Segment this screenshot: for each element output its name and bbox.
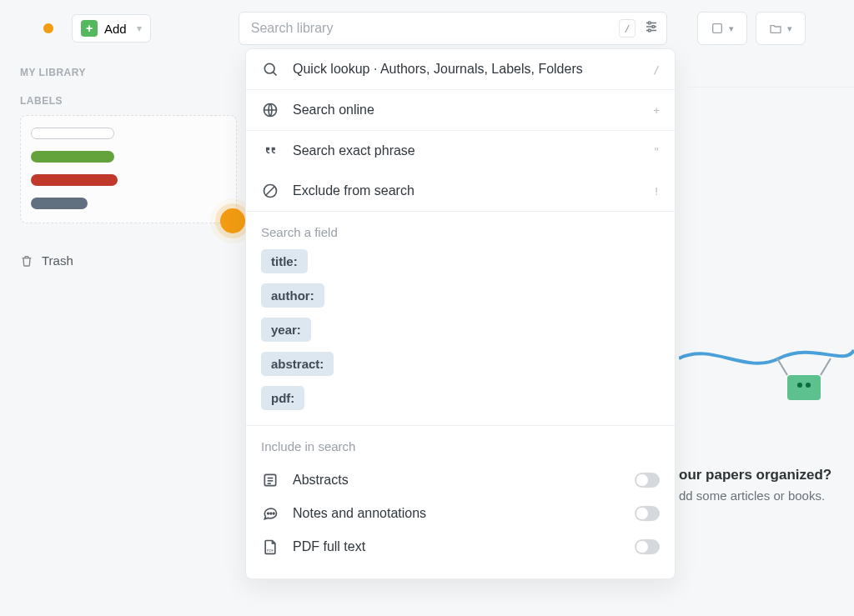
svg-line-10 (777, 358, 787, 375)
sidebar-item-label: Trash (42, 253, 73, 268)
svg-point-5 (648, 29, 651, 32)
popover-option-shortcut: + (653, 104, 660, 117)
svg-point-21 (268, 513, 269, 514)
empty-state-subtitle: dd some articles or books. (679, 488, 854, 503)
chevron-down-icon: ▾ (137, 23, 142, 34)
popover-option-search-online[interactable]: Search online + (246, 90, 675, 131)
popover-option-label: Exclude from search (293, 183, 640, 198)
divider (688, 87, 854, 88)
chevron-down-icon: ▾ (729, 23, 734, 34)
label-item[interactable] (31, 198, 88, 209)
pdf-icon: PDF (261, 538, 279, 555)
filter-icon[interactable] (644, 19, 659, 38)
highlight-halo (220, 208, 245, 233)
popover-option-label: Search exact phrase (293, 143, 640, 158)
popover-section-heading: Search a field (261, 225, 660, 239)
sidebar-heading-labels: LABELS (20, 95, 237, 107)
svg-point-12 (264, 63, 274, 73)
search-icon (261, 61, 279, 78)
popover-option-exact-phrase[interactable]: Search exact phrase " (246, 131, 675, 171)
popover-option-shortcut: / (653, 63, 660, 76)
status-dot (43, 23, 53, 33)
popover-option-shortcut: " (653, 145, 660, 158)
svg-point-23 (273, 513, 274, 514)
svg-rect-7 (787, 375, 821, 400)
svg-point-3 (651, 26, 654, 28)
svg-point-22 (270, 513, 272, 514)
field-tag-year[interactable]: year: (261, 318, 311, 342)
abstract-icon (261, 472, 279, 488)
search-input[interactable] (239, 12, 667, 45)
globe-icon (261, 102, 279, 118)
popover-section-heading: Include in search (261, 439, 660, 453)
svg-point-1 (648, 22, 651, 24)
plus-icon: + (81, 20, 98, 37)
label-item[interactable] (31, 151, 114, 163)
labels-box (20, 115, 237, 223)
empty-illustration (679, 333, 854, 425)
add-button[interactable]: + Add ▾ (72, 14, 151, 43)
chevron-down-icon: ▾ (787, 23, 792, 34)
include-label: Notes and annotations (293, 506, 621, 521)
field-tag-author[interactable]: author: (261, 283, 324, 308)
search-shortcut-badge: / (619, 19, 635, 38)
notes-icon (261, 505, 279, 522)
svg-point-8 (797, 383, 802, 388)
add-button-label: Add (104, 22, 127, 36)
sidebar-item-trash[interactable]: Trash (20, 253, 237, 268)
popover-option-quick-lookup[interactable]: Quick lookup · Authors, Journals, Labels… (246, 49, 675, 90)
view-toggle-button[interactable]: ▾ (697, 12, 747, 45)
label-item[interactable] (31, 128, 114, 139)
search-popover: Quick lookup · Authors, Journals, Labels… (245, 48, 676, 579)
popover-option-exclude[interactable]: Exclude from search ! (246, 171, 675, 212)
label-item[interactable] (31, 174, 118, 186)
include-label: PDF full text (293, 539, 621, 554)
field-tag-title[interactable]: title: (261, 249, 308, 273)
folder-icon (769, 22, 782, 35)
folder-toggle-button[interactable]: ▾ (756, 12, 806, 45)
svg-rect-6 (712, 24, 721, 33)
svg-line-13 (273, 72, 276, 75)
svg-line-16 (266, 187, 274, 195)
trash-icon (20, 254, 33, 268)
svg-text:PDF: PDF (267, 548, 274, 553)
square-icon (711, 22, 724, 35)
popover-option-label: Search online (293, 103, 640, 118)
sidebar-heading-my-library: MY LIBRARY (20, 67, 237, 78)
svg-point-9 (806, 383, 811, 388)
field-tag-pdf[interactable]: pdf: (261, 386, 304, 410)
quote-icon (261, 143, 279, 159)
toggle-pdf-fulltext[interactable] (635, 539, 660, 554)
field-tag-abstract[interactable]: abstract: (261, 352, 334, 376)
svg-line-11 (821, 358, 831, 375)
toggle-abstracts[interactable] (635, 473, 660, 488)
popover-option-label: Quick lookup · Authors, Journals, Labels… (293, 62, 640, 77)
ban-icon (261, 183, 279, 199)
popover-option-shortcut: ! (653, 185, 660, 198)
include-label: Abstracts (293, 473, 621, 488)
empty-state-title: our papers organized? (679, 467, 854, 483)
toggle-notes[interactable] (635, 506, 660, 521)
